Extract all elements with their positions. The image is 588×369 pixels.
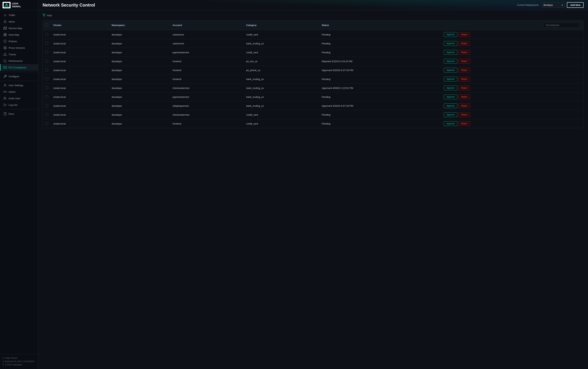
sidebar-item-traffic[interactable]: Traffic bbox=[0, 12, 38, 18]
reject-button[interactable]: Reject bbox=[459, 86, 470, 90]
table-row: cluster.local sboutique shippingservice … bbox=[43, 102, 583, 110]
select-all-checkbox[interactable] bbox=[45, 23, 48, 26]
sidebar-item-label-traffic: Traffic bbox=[9, 14, 15, 17]
row-category: bank_routing_us bbox=[244, 92, 319, 102]
row-checkbox[interactable] bbox=[45, 51, 48, 54]
row-cluster: cluster.local bbox=[51, 92, 109, 102]
row-category: bank_routing_us bbox=[244, 102, 319, 110]
row-account: paymentservice bbox=[170, 48, 244, 57]
sidebar-item-user-settings[interactable]: User Settings bbox=[0, 82, 38, 89]
deployment-select-wrapper[interactable]: Boutique Production Staging bbox=[541, 2, 565, 8]
sidebar-item-label-performance: Performance bbox=[9, 60, 22, 62]
approve-button[interactable]: Approve bbox=[444, 50, 457, 55]
deployment-select[interactable]: Boutique Production Staging bbox=[541, 2, 565, 8]
sidebar-item-admin[interactable]: Admin bbox=[0, 89, 38, 95]
approve-button[interactable]: Approve bbox=[444, 68, 457, 72]
table-row: cluster.local sboutique frontend bank_ro… bbox=[43, 75, 583, 84]
row-cluster: cluster.local bbox=[51, 48, 109, 57]
row-checkbox-cell bbox=[43, 30, 51, 39]
svg-rect-14 bbox=[4, 66, 7, 69]
table-row: cluster.local sboutique cartservice bank… bbox=[43, 39, 583, 48]
row-category: credit_card bbox=[244, 30, 319, 39]
row-namespace: sboutique bbox=[109, 48, 170, 57]
sidebar-item-service-map[interactable]: Service Map bbox=[0, 25, 38, 31]
layers-icon bbox=[3, 46, 7, 50]
sidebar-item-performance[interactable]: Performance bbox=[0, 58, 38, 64]
sidebar-item-docs[interactable]: Docs bbox=[0, 111, 38, 117]
th-status: Status bbox=[319, 20, 441, 30]
approve-button[interactable]: Approve bbox=[444, 59, 457, 64]
approve-button[interactable]: Approve bbox=[444, 94, 457, 99]
header: Network Security Control Current Deploym… bbox=[38, 0, 588, 10]
sidebar-item-policies[interactable]: Policies bbox=[0, 38, 38, 44]
row-account: paymentservice bbox=[170, 92, 244, 102]
reject-button[interactable]: Reject bbox=[459, 103, 470, 108]
table-container: Cluster Namespace Account Category Statu… bbox=[42, 20, 584, 128]
nav-section: Traffic Alerts Service Map Heat Map Poli… bbox=[0, 10, 38, 354]
card-icon bbox=[3, 66, 7, 69]
approve-button[interactable]: Approve bbox=[444, 112, 457, 117]
row-category: credit_card bbox=[244, 110, 319, 119]
main-area: Network Security Control Current Deploym… bbox=[38, 0, 588, 369]
reject-button[interactable]: Reject bbox=[459, 68, 470, 72]
reject-button[interactable]: Reject bbox=[459, 112, 470, 117]
row-cluster: cluster.local bbox=[51, 66, 109, 75]
sidebar-item-label-configure: Configure bbox=[9, 75, 19, 78]
nav-divider bbox=[0, 72, 38, 72]
sidebar-item-heat-map[interactable]: Heat Map bbox=[0, 31, 38, 38]
row-checkbox[interactable] bbox=[45, 69, 48, 72]
reject-button[interactable]: Reject bbox=[459, 50, 470, 55]
header-right: Current Deployment: Boutique Production … bbox=[517, 2, 584, 8]
th-set-selected bbox=[441, 20, 583, 30]
approve-button[interactable]: Approve bbox=[444, 103, 457, 108]
row-status: Approved 3/20/24 5:57:33 PM bbox=[319, 102, 441, 110]
row-status: Pending bbox=[319, 48, 441, 57]
reject-button[interactable]: Reject bbox=[459, 59, 470, 64]
row-status: Pending bbox=[319, 39, 441, 48]
row-checkbox[interactable] bbox=[45, 104, 48, 107]
th-account: Account bbox=[170, 20, 244, 30]
sidebar-item-configure[interactable]: Configure bbox=[0, 73, 38, 80]
approve-button[interactable]: Approve bbox=[444, 41, 457, 46]
sidebar-item-alerts[interactable]: Alerts bbox=[0, 18, 38, 25]
row-checkbox[interactable] bbox=[45, 42, 48, 45]
action-cell: Approve Reject bbox=[444, 68, 581, 72]
sidebar-item-traces[interactable]: Traces bbox=[0, 51, 38, 58]
sidebar-item-pci-compliance[interactable]: PCI Compliance bbox=[0, 64, 38, 71]
row-checkbox[interactable] bbox=[45, 86, 48, 89]
filter-icon bbox=[42, 14, 45, 17]
sidebar-item-proxy-versions[interactable]: Proxy Versions bbox=[0, 44, 38, 51]
row-checkbox[interactable] bbox=[45, 33, 48, 36]
reject-button[interactable]: Reject bbox=[459, 77, 470, 82]
row-status: Approved 4/09/24 1:22:01 PM bbox=[319, 84, 441, 92]
doc-icon bbox=[3, 112, 7, 115]
approve-button[interactable]: Approve bbox=[444, 32, 457, 37]
row-namespace: sboutique bbox=[109, 66, 170, 75]
row-checkbox[interactable] bbox=[45, 113, 48, 116]
row-checkbox[interactable] bbox=[45, 60, 48, 62]
add-new-button[interactable]: Add New bbox=[567, 2, 584, 8]
sidebar-item-invite-user[interactable]: Invite User bbox=[0, 95, 38, 102]
reject-button[interactable]: Reject bbox=[459, 41, 470, 46]
table-row: cluster.local sboutique paymentservice c… bbox=[43, 48, 583, 57]
reject-button[interactable]: Reject bbox=[459, 32, 470, 37]
row-checkbox[interactable] bbox=[45, 77, 48, 80]
sidebar-item-label-admin: Admin bbox=[9, 91, 15, 93]
row-status: Pending bbox=[319, 75, 441, 84]
approve-button[interactable]: Approve bbox=[444, 86, 457, 90]
set-selected-input[interactable] bbox=[543, 22, 580, 28]
row-cluster: cluster.local bbox=[51, 84, 109, 92]
wifi-icon bbox=[3, 13, 7, 17]
sidebar-item-label-traces: Traces bbox=[9, 53, 16, 56]
row-checkbox[interactable] bbox=[45, 122, 48, 125]
row-namespace: sboutique bbox=[109, 110, 170, 119]
reject-button[interactable]: Reject bbox=[459, 94, 470, 99]
approve-button[interactable]: Approve bbox=[444, 121, 457, 126]
footer-copyright: © © 2024 LeakSignal bbox=[2, 363, 35, 367]
approve-button[interactable]: Approve bbox=[444, 77, 457, 82]
row-checkbox[interactable] bbox=[45, 95, 48, 98]
row-cluster: cluster.local bbox=[51, 102, 109, 110]
filter-label[interactable]: Filter bbox=[47, 14, 52, 17]
reject-button[interactable]: Reject bbox=[459, 121, 470, 126]
sidebar-item-log-out[interactable]: Log Out bbox=[0, 102, 38, 108]
